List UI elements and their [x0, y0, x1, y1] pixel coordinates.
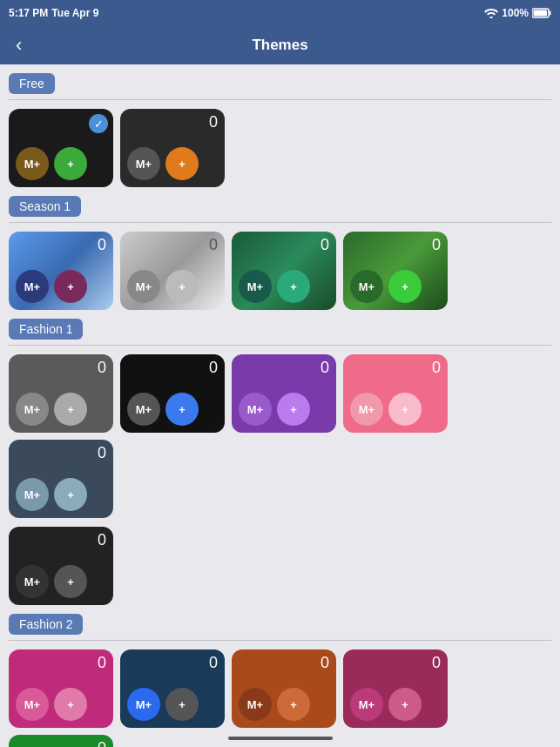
plus-button[interactable]: +	[54, 393, 87, 426]
status-bar: 5:17 PM Tue Apr 9 100%	[0, 0, 560, 26]
theme-card-free-1[interactable]: ✓ M+ +	[9, 109, 113, 187]
m-plus-button[interactable]: M+	[16, 688, 49, 721]
section-fashion2: Fashion 2 0 M+ + 0 M+ + 0	[9, 614, 551, 747]
card-count: 0	[98, 740, 106, 747]
plus-button[interactable]: +	[277, 270, 310, 303]
card-count: 0	[98, 532, 106, 548]
card-count: 0	[320, 360, 329, 375]
theme-card-f2-2[interactable]: 0 M+ +	[120, 649, 225, 728]
content-area: Free ✓ M+ + 0 M+ + Season	[0, 64, 560, 747]
card-buttons: M+ +	[239, 393, 329, 426]
back-button[interactable]: ‹	[9, 30, 29, 60]
theme-card-f1-4[interactable]: 0 M+ +	[343, 354, 448, 433]
plus-button[interactable]: +	[388, 393, 422, 426]
plus-button[interactable]: +	[54, 478, 87, 511]
section-divider-fashion2	[9, 640, 551, 641]
m-plus-button[interactable]: M+	[127, 688, 160, 721]
plus-button[interactable]: +	[388, 270, 422, 303]
card-buttons: M+ +	[127, 688, 218, 721]
card-count: 0	[209, 360, 218, 375]
theme-row-fashion1-2: 0 M+ +	[9, 527, 551, 605]
m-plus-button[interactable]: M+	[127, 147, 160, 180]
status-icons: 100%	[484, 7, 551, 19]
theme-card-f2-4[interactable]: 0 M+ +	[343, 649, 448, 728]
m-plus-button[interactable]: M+	[127, 270, 160, 303]
theme-card-f1-5[interactable]: 0 M+ +	[9, 440, 113, 518]
m-plus-button[interactable]: M+	[350, 270, 383, 303]
card-count: 0	[209, 114, 218, 130]
plus-button[interactable]: +	[165, 393, 199, 426]
card-buttons: M+ +	[16, 565, 106, 598]
m-plus-button[interactable]: M+	[239, 270, 272, 303]
home-indicator	[228, 737, 333, 740]
card-buttons: M+ +	[16, 393, 106, 426]
plus-button[interactable]: +	[54, 270, 87, 303]
theme-card-f1-2[interactable]: 0 M+ +	[120, 354, 225, 433]
m-plus-button[interactable]: M+	[16, 147, 49, 180]
card-count: 0	[98, 655, 106, 670]
theme-card-f2-3[interactable]: 0 M+ +	[232, 649, 336, 728]
card-buttons: M+ +	[127, 393, 218, 426]
m-plus-button[interactable]: M+	[16, 478, 49, 511]
section-season1: Season 1 0 M+ + 0 M+ + 0	[9, 196, 551, 310]
theme-card-f1-3[interactable]: 0 M+ +	[232, 354, 336, 433]
theme-card-f1-1[interactable]: 0 M+ +	[9, 354, 113, 433]
theme-card-s1-4[interactable]: 0 M+ +	[343, 232, 448, 310]
battery-icon	[532, 8, 551, 18]
m-plus-button[interactable]: M+	[239, 688, 272, 721]
status-time-day: 5:17 PM Tue Apr 9	[9, 7, 98, 19]
card-buttons: M+ +	[350, 688, 441, 721]
plus-button[interactable]: +	[54, 147, 87, 180]
card-buttons: M+ +	[239, 688, 329, 721]
m-plus-button[interactable]: M+	[350, 688, 383, 721]
plus-button[interactable]: +	[165, 147, 199, 180]
plus-button[interactable]: +	[165, 688, 199, 721]
card-buttons: M+ +	[16, 688, 106, 721]
svg-rect-1	[534, 10, 548, 17]
m-plus-button[interactable]: M+	[127, 393, 160, 426]
section-divider-fashion1	[9, 345, 551, 346]
card-count: 0	[209, 237, 218, 252]
selected-checkmark: ✓	[89, 114, 108, 133]
theme-row-season1: 0 M+ + 0 M+ + 0 M+ +	[9, 232, 551, 310]
plus-button[interactable]: +	[388, 688, 422, 721]
section-label-season1: Season 1	[9, 196, 81, 217]
theme-card-s1-1[interactable]: 0 M+ +	[9, 232, 113, 310]
m-plus-button[interactable]: M+	[16, 565, 49, 598]
section-divider-season1	[9, 222, 551, 223]
card-count: 0	[432, 360, 441, 375]
theme-row-fashion2: 0 M+ + 0 M+ + 0 M+ +	[9, 649, 551, 747]
card-buttons: M+ +	[350, 270, 441, 303]
section-label-fashion2: Fashion 2	[9, 614, 83, 635]
plus-button[interactable]: +	[54, 688, 87, 721]
card-count: 0	[209, 655, 218, 670]
plus-button[interactable]: +	[277, 393, 310, 426]
card-buttons: M+ +	[127, 147, 218, 180]
wifi-icon	[484, 8, 498, 18]
plus-button[interactable]: +	[54, 565, 87, 598]
theme-card-s1-2[interactable]: 0 M+ +	[120, 232, 225, 310]
section-divider-free	[9, 99, 551, 100]
m-plus-button[interactable]: M+	[16, 393, 49, 426]
theme-row-fashion1: 0 M+ + 0 M+ + 0 M+ +	[9, 354, 551, 518]
section-fashion1: Fashion 1 0 M+ + 0 M+ + 0	[9, 319, 551, 605]
theme-card-f2-5[interactable]: 0 M+ +	[9, 735, 113, 747]
card-buttons: M+ +	[16, 147, 106, 180]
theme-card-f2-1[interactable]: 0 M+ +	[9, 649, 113, 728]
card-buttons: M+ +	[350, 393, 441, 426]
card-count: 0	[320, 237, 329, 252]
theme-card-f1-6[interactable]: 0 M+ +	[9, 527, 113, 605]
plus-button[interactable]: +	[277, 688, 310, 721]
card-count: 0	[98, 360, 106, 375]
theme-card-s1-3[interactable]: 0 M+ +	[232, 232, 336, 310]
section-label-free: Free	[9, 73, 55, 94]
m-plus-button[interactable]: M+	[350, 393, 383, 426]
status-time: 5:17 PM	[9, 7, 48, 19]
battery-text: 100%	[502, 7, 529, 19]
plus-button[interactable]: +	[165, 270, 199, 303]
m-plus-button[interactable]: M+	[239, 393, 272, 426]
theme-card-free-2[interactable]: 0 M+ +	[120, 109, 225, 187]
m-plus-button[interactable]: M+	[16, 270, 49, 303]
card-buttons: M+ +	[16, 270, 106, 303]
section-label-fashion1: Fashion 1	[9, 319, 83, 340]
